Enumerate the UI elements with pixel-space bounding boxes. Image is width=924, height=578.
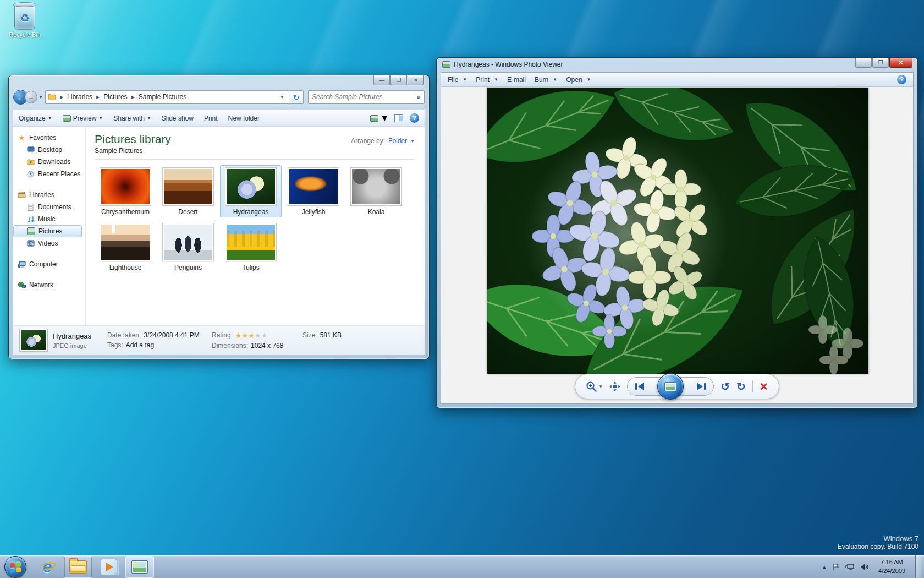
chevron-down-icon[interactable]: ▼ [494, 77, 498, 82]
previous-button[interactable] [635, 383, 644, 390]
taskbar-photo-viewer[interactable] [125, 556, 154, 578]
slide-show-button[interactable]: Slide show [162, 114, 194, 122]
network-icon [18, 281, 26, 289]
minimize-button[interactable]: — [855, 58, 872, 68]
windows-flag-icon [10, 561, 21, 572]
change-view-button[interactable]: ▼ [370, 113, 389, 123]
maximize-button[interactable]: ❐ [872, 58, 889, 68]
rotate-counterclockwise-button[interactable]: ↺ [721, 381, 730, 392]
menu-file[interactable]: File [448, 76, 458, 84]
details-tags[interactable]: Add a tag [126, 341, 154, 349]
sidebar-item-recent-places[interactable]: Recent Places [13, 168, 85, 180]
rotate-clockwise-button[interactable]: ↻ [736, 381, 746, 392]
menu-email[interactable]: E-mail [507, 76, 526, 84]
sidebar-item-pictures[interactable]: Pictures [13, 225, 82, 237]
media-player-icon [101, 559, 117, 575]
next-button[interactable] [697, 383, 706, 390]
explorer-window[interactable]: — ❐ ✕ ← → ▼ ▶ Libraries ▶ Pictures ▶ Sam… [8, 75, 430, 359]
photo-viewer-titlebar[interactable]: Hydrangeas - Windows Photo Viewer [442, 61, 563, 68]
chevron-down-icon[interactable]: ▼ [463, 77, 467, 82]
network-tray-icon[interactable] [845, 563, 855, 571]
photo-viewer-canvas: ▼ ↺ ↻ ✕ [441, 87, 914, 404]
delete-button[interactable]: ✕ [760, 381, 768, 392]
forward-button[interactable]: → [25, 91, 37, 103]
close-button[interactable]: ✕ [408, 75, 424, 85]
rating-stars[interactable]: ★★★★★ [235, 331, 267, 340]
explorer-caption-buttons: — ❐ ✕ [373, 75, 424, 85]
chevron-down-icon[interactable]: ▼ [587, 77, 591, 82]
arrange-by[interactable]: Arrange by: Folder ▼ [351, 137, 415, 145]
show-hidden-icons-button[interactable]: ▲ [822, 564, 827, 570]
details-dimensions: 1024 x 768 [251, 342, 283, 350]
star-icon[interactable]: ★ [242, 331, 249, 340]
refresh-button[interactable]: ↻ [289, 90, 304, 104]
minimize-button[interactable]: — [373, 75, 390, 85]
fit-to-window-button[interactable] [609, 381, 620, 391]
print-button[interactable]: Print [204, 114, 218, 122]
sidebar-item-libraries[interactable]: Libraries [13, 189, 85, 201]
chevron-down-icon: ▼ [48, 116, 52, 121]
start-button[interactable] [4, 556, 26, 578]
command-bar: Organize▼ Preview▼ Share with▼ Slide sho… [13, 110, 425, 127]
menu-open[interactable]: Open [566, 76, 582, 84]
sidebar-item-downloads[interactable]: Downloads [13, 156, 85, 168]
show-desktop-button[interactable] [915, 555, 922, 578]
taskbar-internet-explorer[interactable]: e [33, 556, 62, 578]
zoom-button[interactable]: ▼ [586, 381, 603, 392]
action-center-flag-icon[interactable] [832, 563, 840, 571]
star-icon[interactable]: ★ [235, 331, 242, 340]
taskbar-windows-explorer[interactable] [64, 556, 92, 578]
share-with-button[interactable]: Share with▼ [113, 114, 151, 122]
star-icon[interactable]: ★ [255, 331, 261, 340]
organize-button[interactable]: Organize▼ [19, 114, 52, 122]
search-input[interactable] [312, 93, 417, 101]
thumbnail-penguins [163, 223, 213, 261]
menu-print[interactable]: Print [476, 76, 490, 84]
chevron-down-icon[interactable]: ▼ [553, 77, 557, 82]
new-folder-button[interactable]: New folder [228, 114, 260, 122]
address-dropdown-icon[interactable]: ▼ [278, 95, 287, 100]
search-box[interactable]: ⌕ [308, 90, 425, 104]
maximize-button[interactable]: ❐ [391, 75, 407, 85]
sidebar-item-documents[interactable]: Documents [13, 201, 85, 213]
file-tile-koala[interactable]: Koala [345, 165, 407, 217]
file-tile-hydrangeas[interactable]: Hydrangeas [220, 165, 282, 217]
sidebar-item-network[interactable]: Network [13, 279, 85, 291]
volume-tray-icon[interactable] [860, 563, 868, 571]
sidebar-item-desktop[interactable]: Desktop [13, 144, 85, 156]
help-button[interactable]: ? [897, 75, 906, 84]
breadcrumb[interactable]: ▶ Libraries ▶ Pictures ▶ Sample Pictures… [45, 90, 289, 104]
help-button[interactable]: ? [410, 113, 419, 123]
file-tile-desert[interactable]: Desert [157, 165, 219, 217]
preview-pane-button[interactable] [394, 114, 403, 122]
folder-icon [69, 560, 87, 574]
play-slideshow-button[interactable] [657, 373, 684, 400]
file-tile-penguins[interactable]: Penguins [157, 221, 219, 273]
history-dropdown-icon[interactable]: ▼ [38, 95, 43, 100]
star-icon[interactable]: ★ [261, 331, 268, 340]
taskbar-media-player[interactable] [95, 556, 123, 578]
menu-burn[interactable]: Burn [535, 76, 548, 84]
sidebar-item-music[interactable]: Music [13, 213, 85, 225]
star-icon[interactable]: ★ [248, 331, 255, 340]
recycle-bin[interactable]: ♻ Recycle Bin [6, 4, 44, 38]
crumb-separator-icon: ▶ [60, 95, 63, 100]
thumbnail-hydrangeas [226, 168, 276, 205]
slideshow-control-group [627, 377, 714, 396]
file-tile-lighthouse[interactable]: Lighthouse [95, 221, 156, 273]
file-tile-chrysanthemum[interactable]: Chrysanthemum [95, 165, 156, 217]
sidebar-item-computer[interactable]: Computer [13, 258, 85, 270]
breadcrumb-item-pictures[interactable]: Pictures [103, 93, 127, 101]
sidebar-item-favorites[interactable]: ★ Favorites [13, 132, 85, 144]
library-subtitle: Sample Pictures [95, 147, 425, 155]
sidebar-item-videos[interactable]: Videos [13, 237, 85, 249]
close-button[interactable]: ✕ [889, 58, 912, 68]
file-tile-jellyfish[interactable]: Jellyfish [283, 165, 344, 217]
downloads-icon [26, 158, 35, 166]
preview-button[interactable]: Preview▼ [63, 114, 103, 122]
breadcrumb-item-sample-pictures[interactable]: Sample Pictures [139, 93, 186, 101]
taskbar-clock[interactable]: 7:16 AM 4/24/2009 [874, 558, 910, 575]
file-tile-tulips[interactable]: Tulips [220, 221, 282, 273]
breadcrumb-item-libraries[interactable]: Libraries [67, 93, 92, 101]
photo-viewer-window[interactable]: Hydrangeas - Windows Photo Viewer — ❐ ✕ … [436, 57, 918, 408]
